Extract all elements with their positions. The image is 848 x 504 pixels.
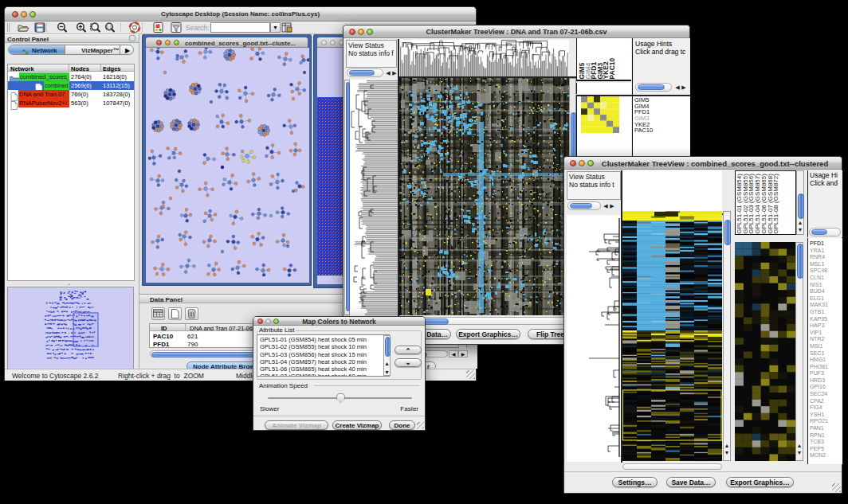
svg-text:1:1: 1:1 <box>107 25 112 29</box>
